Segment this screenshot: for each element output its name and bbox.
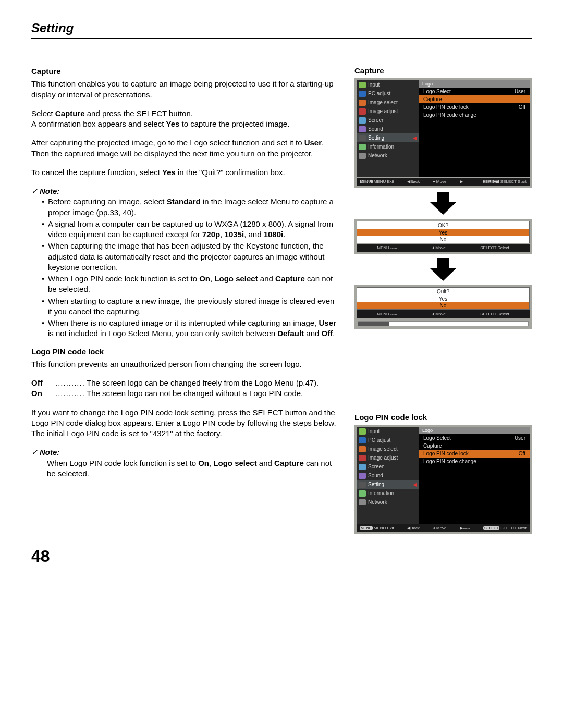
panel-row: Logo PIN code change <box>419 111 530 119</box>
right-column: Capture InputPC adjustImage selectImage … <box>354 66 532 536</box>
panel-row: Logo PIN code lockOff <box>419 103 530 111</box>
rule-thin <box>31 40 532 40</box>
sidebar-item: Information <box>357 142 419 151</box>
panel-row: Logo SelectUser <box>419 434 530 442</box>
sidebar-item: Image select <box>357 445 419 453</box>
hint-bar: MENUMENU Exit ◀Back ♦ Move ▶----- SELECT… <box>357 178 530 186</box>
sidebar-item: Image adjust <box>357 107 419 116</box>
panel-row: Logo PIN code change <box>419 458 530 465</box>
notes-2: When Logo PIN code lock function is set … <box>31 458 339 479</box>
off-def: The screen logo can be changed freely fr… <box>87 378 339 388</box>
progress-bar <box>357 320 530 327</box>
menu-icon <box>359 100 366 106</box>
menu-icon <box>359 499 366 505</box>
pin-intro: This function prevents an unauthorized p… <box>31 359 339 369</box>
capture-cancel: To cancel the capture function, select Y… <box>31 167 339 178</box>
sidebar-item: Sound <box>357 125 419 133</box>
capture-select-line: Select Capture and press the SELECT butt… <box>31 108 339 119</box>
on-term: On <box>31 388 55 399</box>
panel-row: Capture <box>419 95 530 103</box>
notes-list-1: Before capturing an image, select Standa… <box>31 196 339 339</box>
panel-row: Logo PIN code lockOff <box>419 450 530 458</box>
menu-icon <box>359 117 366 124</box>
sidebar-item: PC adjust <box>357 89 419 98</box>
sidebar-item: Sound <box>357 471 419 480</box>
note-label-1: Note: <box>31 186 339 196</box>
rule-thick <box>31 38 532 39</box>
page-number: 48 <box>31 547 532 566</box>
menu-screenshot-capture: InputPC adjustImage selectImage adjustSc… <box>354 78 532 188</box>
menu-icon <box>359 82 366 88</box>
menu-icon <box>359 135 366 141</box>
sidebar-item: Network <box>357 498 419 507</box>
sidebar-item: Information <box>357 489 419 498</box>
pin-heading: Logo PIN code lock <box>31 347 339 357</box>
sidebar-item: Image adjust <box>357 453 419 462</box>
ok-yes: Yes <box>357 229 529 236</box>
sidebar-item: Input <box>357 427 419 436</box>
menu-icon <box>359 428 366 435</box>
menu-icon <box>359 91 366 97</box>
menu-icon <box>359 446 366 452</box>
note-label-2: Note: <box>31 447 339 458</box>
arrow-down-icon <box>430 192 456 215</box>
capture-intro: This function enables you to capture an … <box>31 79 339 100</box>
menu-icon <box>359 490 366 497</box>
menu-icon <box>359 473 366 479</box>
quit-no: No <box>357 302 529 309</box>
sidebar-item: PC adjust <box>357 436 419 445</box>
menu-icon <box>359 144 366 150</box>
capture-confirm-line: A confirmation box appears and select Ye… <box>31 119 339 129</box>
pin-offon-list: Off ........... The screen logo can be c… <box>31 378 339 399</box>
sidebar-item: Network <box>357 151 419 160</box>
sidebar-item: Screen <box>357 462 419 471</box>
panel-header: Logo <box>419 80 530 88</box>
menu-icon <box>359 464 366 470</box>
panel-header: Logo <box>419 427 530 434</box>
sidebar-item: Setting◀ <box>357 480 419 489</box>
hint-bar: MENUMENU Exit ◀Back ♦ Move ▶----- SELECT… <box>357 524 530 532</box>
capture-after: After capturing the projected image, go … <box>31 138 339 159</box>
quit-yes: Yes <box>357 295 529 302</box>
selected-indicator-icon: ◀ <box>413 482 417 487</box>
menu-icon <box>359 437 366 443</box>
sidebar-item: Setting◀ <box>357 133 419 142</box>
ok-dialog-screenshot: OK? Yes No MENU ----- ♦ Move SELECT Sele… <box>354 219 532 254</box>
selected-indicator-icon: ◀ <box>413 135 417 141</box>
sidebar-item: Input <box>357 80 419 89</box>
on-def: The screen logo can not be changed witho… <box>87 388 339 399</box>
quit-question: Quit? <box>357 288 529 295</box>
left-column: Capture This function enables you to cap… <box>31 66 339 536</box>
menu-icon <box>359 455 366 461</box>
arrow-down-icon <box>430 258 456 281</box>
capture-screenshot-title: Capture <box>354 66 532 75</box>
capture-heading: Capture <box>31 66 339 77</box>
pin-change: If you want to change the Logo PIN code … <box>31 408 339 439</box>
panel-row: Logo SelectUser <box>419 88 530 95</box>
menu-icon <box>359 153 366 159</box>
sidebar-item: Screen <box>357 116 419 125</box>
sidebar-item: Image select <box>357 98 419 107</box>
pin-screenshot-title: Logo PIN code lock <box>354 413 532 422</box>
quit-dialog-screenshot: Quit? Yes No MENU ----- ♦ Move SELECT Se… <box>354 285 532 329</box>
panel-row: Capture <box>419 442 530 450</box>
ok-question: OK? <box>357 221 529 229</box>
menu-screenshot-pin: InputPC adjustImage selectImage adjustSc… <box>354 425 532 534</box>
menu-icon <box>359 126 366 132</box>
page-title: Setting <box>31 21 532 35</box>
menu-icon <box>359 108 366 115</box>
menu-icon <box>359 482 366 488</box>
ok-no: No <box>357 236 529 243</box>
off-term: Off <box>31 378 55 388</box>
